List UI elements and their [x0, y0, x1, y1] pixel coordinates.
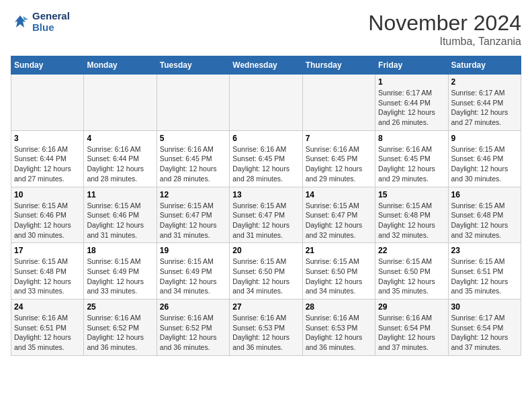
day-number: 1 [378, 77, 445, 87]
calendar-week-row: 10Sunrise: 6:15 AM Sunset: 6:46 PM Dayli… [11, 187, 521, 243]
day-info: Sunrise: 6:15 AM Sunset: 6:48 PM Dayligh… [378, 201, 445, 240]
day-info: Sunrise: 6:15 AM Sunset: 6:47 PM Dayligh… [306, 201, 372, 240]
day-number: 20 [232, 246, 299, 255]
day-info: Sunrise: 6:17 AM Sunset: 6:54 PM Dayligh… [451, 313, 518, 353]
day-number: 22 [378, 246, 445, 255]
day-info: Sunrise: 6:15 AM Sunset: 6:50 PM Dayligh… [378, 257, 445, 296]
calendar-cell: 24Sunrise: 6:16 AM Sunset: 6:51 PM Dayli… [11, 300, 84, 356]
calendar-cell: 18Sunrise: 6:15 AM Sunset: 6:49 PM Dayli… [84, 243, 157, 300]
day-number: 16 [451, 190, 518, 199]
column-header-wednesday: Wednesday [230, 56, 302, 75]
calendar-week-row: 3Sunrise: 6:16 AM Sunset: 6:44 PM Daylig… [11, 130, 521, 187]
location-subtitle: Itumba, Tanzania [368, 36, 521, 48]
day-number: 18 [87, 246, 153, 255]
calendar-cell: 27Sunrise: 6:16 AM Sunset: 6:53 PM Dayli… [230, 300, 302, 356]
day-info: Sunrise: 6:16 AM Sunset: 6:53 PM Dayligh… [232, 313, 299, 353]
day-info: Sunrise: 6:15 AM Sunset: 6:47 PM Dayligh… [160, 201, 226, 240]
day-info: Sunrise: 6:16 AM Sunset: 6:53 PM Dayligh… [306, 313, 372, 353]
calendar-cell: 23Sunrise: 6:15 AM Sunset: 6:51 PM Dayli… [448, 243, 521, 300]
calendar-cell: 6Sunrise: 6:16 AM Sunset: 6:45 PM Daylig… [230, 130, 302, 187]
day-info: Sunrise: 6:16 AM Sunset: 6:45 PM Dayligh… [378, 144, 445, 184]
day-number: 14 [306, 190, 372, 199]
calendar-table: SundayMondayTuesdayWednesdayThursdayFrid… [11, 56, 521, 356]
day-info: Sunrise: 6:15 AM Sunset: 6:50 PM Dayligh… [232, 257, 299, 296]
month-title: November 2024 [368, 11, 521, 36]
day-info: Sunrise: 6:15 AM Sunset: 6:46 PM Dayligh… [87, 201, 153, 240]
day-info: Sunrise: 6:15 AM Sunset: 6:46 PM Dayligh… [451, 144, 518, 184]
calendar-cell: 3Sunrise: 6:16 AM Sunset: 6:44 PM Daylig… [11, 130, 84, 187]
column-header-thursday: Thursday [302, 56, 375, 75]
day-info: Sunrise: 6:16 AM Sunset: 6:52 PM Dayligh… [160, 313, 226, 353]
day-info: Sunrise: 6:15 AM Sunset: 6:48 PM Dayligh… [451, 201, 518, 240]
day-info: Sunrise: 6:17 AM Sunset: 6:44 PM Dayligh… [378, 88, 445, 128]
calendar-week-row: 24Sunrise: 6:16 AM Sunset: 6:51 PM Dayli… [11, 300, 521, 356]
calendar-cell: 28Sunrise: 6:16 AM Sunset: 6:53 PM Dayli… [302, 300, 375, 356]
calendar-cell: 12Sunrise: 6:15 AM Sunset: 6:47 PM Dayli… [157, 187, 229, 243]
day-number: 21 [306, 246, 372, 255]
calendar-cell: 4Sunrise: 6:16 AM Sunset: 6:44 PM Daylig… [84, 130, 157, 187]
day-number: 3 [14, 134, 81, 143]
day-info: Sunrise: 6:16 AM Sunset: 6:45 PM Dayligh… [160, 144, 226, 184]
title-area: November 2024 Itumba, Tanzania [368, 11, 521, 48]
logo: General Blue [11, 11, 70, 33]
calendar-cell: 11Sunrise: 6:15 AM Sunset: 6:46 PM Dayli… [84, 187, 157, 243]
day-number: 7 [306, 134, 372, 143]
day-number: 2 [451, 77, 518, 87]
day-number: 5 [160, 134, 226, 143]
day-number: 6 [232, 134, 299, 143]
calendar-cell: 25Sunrise: 6:16 AM Sunset: 6:52 PM Dayli… [84, 300, 157, 356]
day-info: Sunrise: 6:15 AM Sunset: 6:47 PM Dayligh… [232, 201, 299, 240]
day-number: 17 [14, 246, 81, 255]
calendar-cell: 14Sunrise: 6:15 AM Sunset: 6:47 PM Dayli… [302, 187, 375, 243]
calendar-cell: 13Sunrise: 6:15 AM Sunset: 6:47 PM Dayli… [230, 187, 302, 243]
day-info: Sunrise: 6:16 AM Sunset: 6:45 PM Dayligh… [232, 144, 299, 184]
calendar-cell: 10Sunrise: 6:15 AM Sunset: 6:46 PM Dayli… [11, 187, 84, 243]
day-info: Sunrise: 6:15 AM Sunset: 6:48 PM Dayligh… [14, 257, 81, 296]
day-number: 28 [306, 302, 372, 312]
calendar-cell: 16Sunrise: 6:15 AM Sunset: 6:48 PM Dayli… [448, 187, 521, 243]
svg-marker-1 [23, 16, 28, 20]
calendar-cell [302, 75, 375, 131]
calendar-cell: 1Sunrise: 6:17 AM Sunset: 6:44 PM Daylig… [375, 75, 448, 131]
calendar-cell: 2Sunrise: 6:17 AM Sunset: 6:44 PM Daylig… [448, 75, 521, 131]
day-info: Sunrise: 6:15 AM Sunset: 6:49 PM Dayligh… [87, 257, 153, 296]
day-number: 26 [160, 302, 226, 312]
calendar-cell: 19Sunrise: 6:15 AM Sunset: 6:49 PM Dayli… [157, 243, 229, 300]
day-number: 29 [378, 302, 445, 312]
day-number: 13 [232, 190, 299, 199]
day-info: Sunrise: 6:17 AM Sunset: 6:44 PM Dayligh… [451, 88, 518, 128]
calendar-cell: 29Sunrise: 6:16 AM Sunset: 6:54 PM Dayli… [375, 300, 448, 356]
logo-line1: General [32, 11, 70, 22]
calendar-cell [157, 75, 229, 131]
page-header: General Blue November 2024 Itumba, Tanza… [11, 11, 521, 48]
day-info: Sunrise: 6:15 AM Sunset: 6:50 PM Dayligh… [306, 257, 372, 296]
day-number: 24 [14, 302, 81, 312]
calendar-cell [230, 75, 302, 131]
column-header-saturday: Saturday [448, 56, 521, 75]
column-header-tuesday: Tuesday [157, 56, 229, 75]
day-info: Sunrise: 6:16 AM Sunset: 6:44 PM Dayligh… [14, 144, 81, 184]
column-header-sunday: Sunday [11, 56, 84, 75]
day-info: Sunrise: 6:16 AM Sunset: 6:54 PM Dayligh… [378, 313, 445, 353]
calendar-cell: 21Sunrise: 6:15 AM Sunset: 6:50 PM Dayli… [302, 243, 375, 300]
day-number: 23 [451, 246, 518, 255]
calendar-cell [84, 75, 157, 131]
day-number: 25 [87, 302, 153, 312]
day-number: 10 [14, 190, 81, 199]
calendar-cell: 5Sunrise: 6:16 AM Sunset: 6:45 PM Daylig… [157, 130, 229, 187]
day-number: 15 [378, 190, 445, 199]
logo-line2: Blue [32, 22, 70, 34]
day-info: Sunrise: 6:16 AM Sunset: 6:52 PM Dayligh… [87, 313, 153, 353]
calendar-header-row: SundayMondayTuesdayWednesdayThursdayFrid… [11, 56, 521, 75]
calendar-week-row: 17Sunrise: 6:15 AM Sunset: 6:48 PM Dayli… [11, 243, 521, 300]
day-number: 8 [378, 134, 445, 143]
column-header-monday: Monday [84, 56, 157, 75]
day-info: Sunrise: 6:15 AM Sunset: 6:51 PM Dayligh… [451, 257, 518, 296]
column-header-friday: Friday [375, 56, 448, 75]
day-info: Sunrise: 6:15 AM Sunset: 6:46 PM Dayligh… [14, 201, 81, 240]
calendar-cell: 30Sunrise: 6:17 AM Sunset: 6:54 PM Dayli… [448, 300, 521, 356]
day-number: 12 [160, 190, 226, 199]
calendar-cell: 8Sunrise: 6:16 AM Sunset: 6:45 PM Daylig… [375, 130, 448, 187]
day-number: 4 [87, 134, 153, 143]
calendar-cell: 17Sunrise: 6:15 AM Sunset: 6:48 PM Dayli… [11, 243, 84, 300]
